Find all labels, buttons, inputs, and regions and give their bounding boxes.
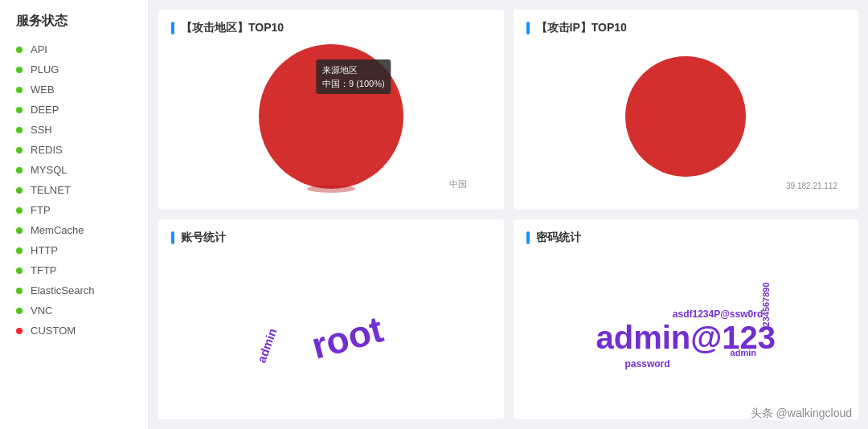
- sidebar-item-ssh[interactable]: SSH: [0, 120, 148, 140]
- sidebar-item-label: MYSQL: [31, 164, 68, 176]
- title-bar-icon: [171, 22, 174, 35]
- status-dot: [16, 227, 23, 234]
- status-dot: [16, 87, 23, 93]
- account-wordcloud: rootadmin: [171, 253, 491, 407]
- account-word: admin: [255, 326, 280, 364]
- password-word: 1234567890: [761, 282, 771, 331]
- sidebar-item-vnc[interactable]: VNC: [0, 300, 148, 321]
- pie-label-china: 中国: [449, 178, 467, 190]
- password-wordcloud: admin@123asdf1234P@ssw0rdpasswordadmin12…: [526, 253, 846, 407]
- sidebar-item-custom[interactable]: CUSTOM: [0, 321, 148, 341]
- sidebar-item-label: TFTP: [31, 264, 57, 276]
- sidebar-item-label: VNC: [31, 304, 52, 317]
- pie-chart-ip: [565, 32, 806, 209]
- status-dot: [16, 67, 23, 73]
- sidebar-item-label: HTTP: [31, 244, 58, 256]
- status-dot: [16, 47, 23, 53]
- status-dot: [16, 308, 23, 314]
- status-dot: [16, 147, 23, 153]
- pie-tooltip: 来源地区 中国：9 (100%): [316, 59, 391, 94]
- sidebar-title: 服务状态: [0, 13, 148, 39]
- attack-region-card: 【攻击地区】TOP10 来源地区 中国：9 (100%) 中国: [158, 10, 504, 210]
- sidebar-item-elasticsearch[interactable]: ElasticSearch: [0, 280, 148, 300]
- sidebar-item-http[interactable]: HTTP: [0, 240, 148, 260]
- title-bar-icon-ip: [526, 22, 530, 35]
- sidebar-item-web[interactable]: WEB: [0, 80, 148, 100]
- sidebar-item-ftp[interactable]: FTP: [0, 200, 148, 220]
- sidebar-item-label: FTP: [31, 204, 51, 216]
- title-bar-icon-pwd: [526, 231, 530, 244]
- svg-point-1: [307, 185, 355, 193]
- password-stats-title: 密码统计: [526, 231, 846, 245]
- sidebar-item-label: CUSTOM: [31, 325, 76, 337]
- sidebar-item-memcache[interactable]: MemCache: [0, 220, 148, 240]
- status-dot: [16, 127, 23, 133]
- sidebar-item-label: MemCache: [31, 224, 84, 236]
- status-dot: [16, 187, 23, 194]
- sidebar-item-plug[interactable]: PLUG: [0, 59, 148, 80]
- watermark: 头条 @walkingcloud: [751, 407, 852, 421]
- account-stats-title: 账号统计: [171, 231, 491, 245]
- status-dot: [16, 328, 23, 334]
- sidebar-item-redis[interactable]: REDIS: [0, 140, 148, 160]
- sidebar-item-tftp[interactable]: TFTP: [0, 260, 148, 280]
- status-dot: [16, 268, 23, 274]
- status-dot: [16, 167, 23, 174]
- sidebar-item-label: API: [31, 43, 47, 55]
- svg-point-2: [625, 56, 746, 177]
- status-dot: [16, 288, 23, 294]
- status-dot: [16, 247, 23, 254]
- sidebar: 服务状态 APIPLUGWEBDEEPSSHREDISMYSQLTELNETFT…: [0, 0, 149, 429]
- sidebar-item-telnet[interactable]: TELNET: [0, 180, 148, 200]
- sidebar-item-mysql[interactable]: MYSQL: [0, 160, 148, 180]
- attack-ip-chart: 39.182.21.112: [526, 43, 846, 197]
- sidebar-item-label: TELNET: [31, 184, 71, 196]
- status-dot: [16, 207, 23, 214]
- attack-ip-card: 【攻击IP】TOP10 39.182.21.112: [514, 10, 859, 210]
- main-content: 【攻击地区】TOP10 来源地区 中国：9 (100%) 中国 【攻击IP】TO…: [149, 0, 868, 429]
- password-word: password: [625, 358, 670, 370]
- title-bar-icon-acct: [171, 231, 174, 244]
- account-word: root: [306, 307, 387, 367]
- sidebar-item-label: PLUG: [31, 63, 59, 76]
- sidebar-item-api[interactable]: API: [0, 39, 148, 59]
- account-stats-card: 账号统计 rootadmin: [158, 219, 504, 419]
- password-stats-card: 密码统计 admin@123asdf1234P@ssw0rdpasswordad…: [514, 219, 859, 419]
- password-word: asdf1234P@ssw0rd: [673, 308, 763, 320]
- pie-chart-region: [211, 32, 452, 209]
- sidebar-item-label: ElasticSearch: [31, 284, 94, 296]
- sidebar-item-label: DEEP: [31, 104, 59, 116]
- sidebar-item-label: WEB: [31, 84, 55, 96]
- sidebar-item-deep[interactable]: DEEP: [0, 100, 148, 120]
- status-dot: [16, 107, 23, 113]
- ip-label: 39.182.21.112: [786, 182, 837, 190]
- sidebar-item-label: REDIS: [31, 144, 63, 156]
- attack-region-chart: 来源地区 中国：9 (100%) 中国: [171, 43, 491, 197]
- sidebar-item-label: SSH: [31, 124, 52, 136]
- password-word: admin: [731, 348, 756, 358]
